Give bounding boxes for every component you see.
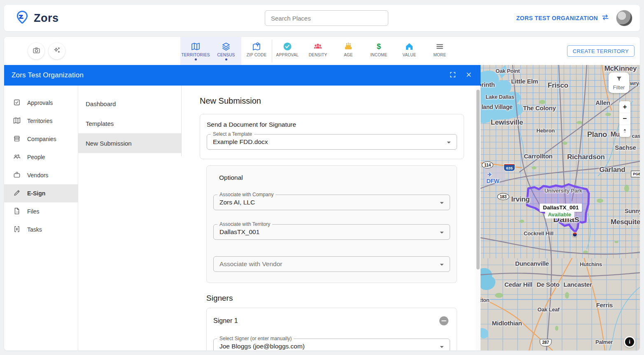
territory-map[interactable]: Oak PointLittle ElmFriscoMcKinneyorinthL… — [481, 65, 640, 350]
info-icon: i — [625, 337, 634, 346]
remove-signer-button[interactable] — [439, 316, 448, 325]
sidebar-item-people[interactable]: People — [4, 148, 78, 166]
tab-more[interactable]: MORE — [425, 37, 455, 65]
tab-census[interactable]: CENSUS — [211, 37, 241, 65]
map-filter-button[interactable]: Filter — [609, 72, 629, 93]
territory-name-chip[interactable]: DallasTX_001 — [539, 204, 582, 212]
sidebar-item-territories[interactable]: Territories — [4, 112, 78, 130]
tab-label: APPROVAL — [276, 53, 299, 57]
cake-icon — [343, 42, 353, 51]
modal-scrollbar[interactable] — [476, 86, 481, 350]
home-icon — [404, 42, 414, 51]
signer-select[interactable]: Select Signer (or enter manually) Joe Bl… — [213, 339, 450, 350]
dollar-icon: $ — [374, 42, 384, 51]
tab-value[interactable]: VALUE — [394, 37, 425, 65]
sidebar-item-companies[interactable]: Companies — [4, 130, 78, 148]
modal-title: Zors Test Organization — [12, 71, 84, 79]
optional-card: Optional Associate with Company Zors AI,… — [206, 165, 457, 283]
sidebar-item-label: Territories — [27, 118, 52, 124]
territory-select-value: DallasTX_001 — [219, 228, 259, 236]
app-window: TERRITORIESCENSUSZIP CODEAPPROVALDENSITY… — [4, 37, 640, 350]
create-territory-button[interactable]: CREATE TERRITORY — [567, 45, 635, 57]
ai-assist-button[interactable] — [49, 43, 65, 59]
vendor-select-placeholder: Associate with Vendor — [219, 260, 282, 268]
tab-label: INCOME — [370, 53, 387, 57]
sidebar-item-vendors[interactable]: Vendors — [4, 166, 78, 184]
close-icon[interactable] — [465, 71, 472, 80]
submenu-item-new-submission[interactable]: New Submission — [78, 133, 182, 153]
checkbox-icon — [13, 98, 21, 108]
search-places-input[interactable] — [265, 10, 388, 26]
sidebar-item-label: Tasks — [27, 226, 42, 233]
tab-label: ZIP CODE — [247, 53, 267, 57]
map-info-button[interactable]: i — [624, 336, 635, 348]
territory-select[interactable]: Associate with Territory DallasTX_001 — [213, 224, 450, 240]
new-submission-panel: New Submission Send a Document for Signa… — [182, 86, 481, 350]
company-select[interactable]: Associate with Company Zors AI, LLC — [213, 195, 450, 210]
filter-label: Filter — [613, 84, 625, 90]
template-select-value: Example FDD.docx — [213, 138, 268, 146]
tab-density[interactable]: DENSITY — [303, 37, 333, 65]
sidebar-item-label: Approvals — [27, 100, 53, 106]
signer-card: Signer 1 Select Signer (or enter manuall… — [206, 308, 457, 350]
signer-title: Signer 1 — [213, 317, 238, 325]
optional-heading: Optional — [219, 174, 450, 181]
signers-heading: Signers — [206, 294, 470, 303]
tab-income[interactable]: $INCOME — [364, 37, 394, 65]
expand-icon[interactable] — [449, 71, 456, 80]
zoom-out-button[interactable]: − — [619, 113, 630, 125]
sidebar-item-e-sign[interactable]: E-Sign — [4, 184, 78, 202]
map-icon — [191, 42, 201, 51]
zors-pin-logo-icon — [15, 10, 30, 26]
territory-pin-icon[interactable] — [572, 232, 577, 237]
tab-label: CENSUS — [217, 53, 235, 57]
tab-approval[interactable]: APPROVAL — [272, 37, 303, 65]
view-tabs: TERRITORIESCENSUSZIP CODEAPPROVALDENSITY… — [180, 37, 455, 65]
esign-submenu: DashboardTemplatesNew Submission — [78, 86, 182, 350]
company-select-label: Associate with Company — [217, 192, 275, 197]
tab-zip-code[interactable]: ZIP CODE — [241, 37, 272, 65]
doc-file-icon: DOC — [13, 207, 21, 216]
pencil-icon — [13, 189, 21, 198]
template-select[interactable]: Select a Template Example FDD.docx — [207, 134, 457, 150]
top-header: Zors ZORS TEST ORGANIZATION — [4, 5, 640, 31]
people-outline-icon — [13, 153, 21, 162]
sidebar-item-approvals[interactable]: Approvals — [4, 94, 78, 112]
signer-select-label: Select Signer (or enter manually) — [217, 336, 294, 341]
submenu-item-dashboard[interactable]: Dashboard — [78, 94, 182, 114]
sidebar-item-label: Companies — [27, 136, 56, 142]
territory-select-label: Associate with Territory — [217, 221, 272, 227]
svg-text:$: $ — [377, 42, 381, 51]
map-toolbar: TERRITORIESCENSUSZIP CODEAPPROVALDENSITY… — [4, 37, 640, 65]
page-title: New Submission — [200, 96, 470, 106]
check-circle-icon — [282, 42, 292, 51]
people-icon — [313, 42, 323, 51]
pitch-toggle-button[interactable] — [619, 125, 630, 137]
submenu-item-label: Dashboard — [86, 100, 116, 107]
tab-territories[interactable]: TERRITORIES — [180, 37, 211, 65]
chevron-down-icon — [444, 138, 453, 147]
screenshot-button[interactable] — [28, 43, 44, 59]
brand-logo[interactable]: Zors — [15, 10, 59, 26]
user-avatar[interactable] — [616, 10, 632, 26]
tab-age[interactable]: AGE — [333, 37, 364, 65]
tasks-icon — [13, 225, 21, 234]
sidebar-item-files[interactable]: DOCFiles — [4, 202, 78, 220]
org-name: ZORS TEST ORGANIZATION — [516, 15, 598, 21]
company-select-value: Zors AI, LLC — [219, 199, 255, 206]
sidebar-item-tasks[interactable]: Tasks — [4, 220, 78, 239]
org-switcher[interactable]: ZORS TEST ORGANIZATION — [516, 13, 609, 23]
modal-sidebar: ApprovalsTerritoriesCompaniesPeopleVendo… — [4, 86, 78, 350]
submenu-item-templates[interactable]: Templates — [78, 114, 182, 133]
active-tab-dot — [195, 58, 197, 60]
zoom-in-button[interactable]: + — [619, 101, 630, 113]
briefcase-icon — [13, 171, 21, 180]
svg-text:DOC: DOC — [16, 211, 20, 213]
chevron-down-icon — [437, 198, 446, 207]
vendor-select[interactable]: Associate with Vendor — [213, 256, 450, 272]
signer-select-value: Joe Bloggs (joe@bloggs.com) — [219, 343, 305, 350]
camera-icon — [32, 46, 41, 56]
map-icon — [13, 116, 21, 126]
template-select-label: Select a Template — [211, 131, 254, 137]
scrollbar-thumb[interactable] — [476, 90, 480, 269]
